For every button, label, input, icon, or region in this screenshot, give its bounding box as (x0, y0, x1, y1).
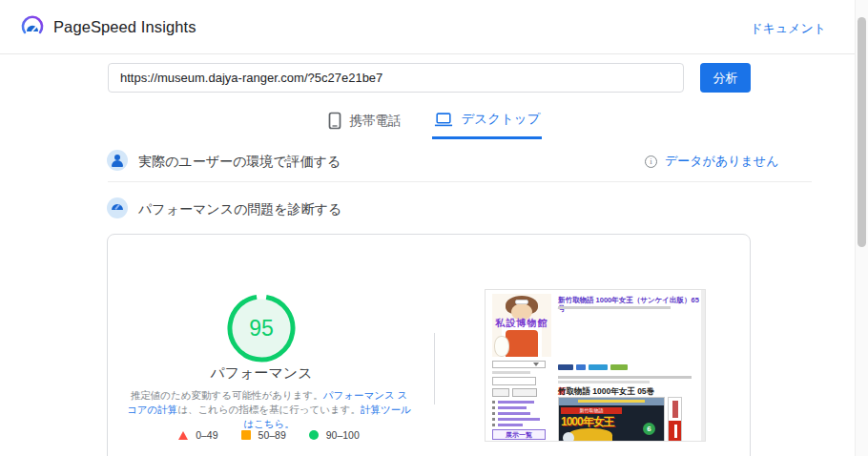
thumb-share-button (589, 364, 608, 370)
tab-desktop[interactable]: デスクトップ (432, 107, 543, 139)
poor-triangle-icon (178, 431, 188, 440)
thumb-share-button (610, 364, 628, 370)
lab-gauge-icon (107, 197, 128, 218)
diagnose-section-title: パフォーマンスの問題を診断する (138, 201, 341, 218)
legend-average: 50–89 (241, 429, 286, 441)
legend-average-range: 50–89 (258, 429, 286, 441)
good-circle-icon (309, 430, 319, 440)
device-tabs: 携帯電話 デスクトップ (0, 107, 868, 139)
legend-poor: 0–49 (178, 429, 217, 441)
app-title: PageSpeed Insights (53, 18, 196, 36)
thumb-page-title: 新竹取物語 1000年女王（サンケイ出版）65号 (558, 296, 703, 313)
mobile-phone-icon (328, 112, 341, 130)
performance-label: パフォーマンス (156, 364, 366, 383)
thumb-sidebar-heading: 展示一覧 (492, 429, 546, 440)
pagespeed-insights-page: PageSpeed Insights ドキュメント 分析 携帯電話 デスクトップ… (0, 0, 868, 456)
legend-poor-range: 0–49 (196, 429, 217, 441)
field-section-title: 実際のユーザーの環境で評価する (138, 154, 341, 171)
tab-mobile-label: 携帯電話 (350, 113, 402, 130)
app-header: PageSpeed Insights ドキュメント (0, 0, 868, 54)
disclaimer-mid: は、これらの指標を基に行っています。 (177, 404, 361, 415)
legend-good-range: 90–100 (326, 429, 360, 441)
tab-mobile[interactable]: 携帯電話 (326, 107, 403, 139)
desktop-icon (434, 112, 453, 128)
field-no-data-status[interactable]: i データがありません (645, 153, 778, 170)
thumb-breadcrumb-bar (558, 306, 671, 309)
thumb-share-button (558, 364, 573, 370)
field-status-text: データがありません (665, 153, 778, 170)
url-input[interactable] (108, 63, 684, 93)
section-divider (108, 181, 812, 182)
scrollbar-track[interactable] (855, 0, 868, 456)
app-logo[interactable]: PageSpeed Insights (20, 14, 196, 39)
performance-score-value: 95 (225, 292, 298, 364)
scrollbar-thumb[interactable] (858, 17, 866, 247)
thumb-select-caret (533, 363, 539, 366)
score-legend: 0–49 50–89 90–100 (126, 429, 412, 441)
thumb-comic-spine (668, 397, 682, 442)
analyze-button[interactable]: 分析 (700, 63, 751, 93)
thumb-button (492, 388, 509, 397)
site-mascot-image: 私設博物館 (492, 294, 551, 357)
speedometer-logo-icon (20, 14, 45, 39)
thumb-share-button (576, 364, 586, 370)
disclaimer-text: 推定値のため変動する可能性があります。 (131, 389, 323, 401)
page-screenshot-thumbnail: 私設博物館 新竹取物語 1000年女王（サンケイ出版）65号 新竹取物語 100… (485, 289, 706, 442)
thumb-tags-bar (558, 381, 650, 383)
thumb-search-box (492, 377, 536, 385)
thumb-comic-cover: 新竹取物語 1000年女王 6 (558, 397, 665, 442)
thumb-scrollbar (701, 290, 705, 441)
cover-volume-badge: 6 (643, 423, 655, 435)
cover-series-text: 新竹取物語 (561, 407, 622, 414)
tab-desktop-label: デスクトップ (462, 111, 541, 128)
score-disclaimer: 推定値のため変動する可能性があります。パフォーマンス スコアの計算は、これらの指… (126, 388, 412, 431)
thumb-button (512, 388, 537, 397)
card-vertical-divider (434, 333, 435, 404)
thumb-caption-bar (492, 371, 530, 374)
documentation-link[interactable]: ドキュメント (750, 20, 826, 37)
average-square-icon (241, 430, 251, 440)
thumb-tags-bar (558, 376, 692, 379)
info-icon: i (645, 155, 657, 168)
field-users-icon (107, 150, 128, 171)
site-name-text: 私設博物館 (492, 317, 551, 330)
legend-good: 90–100 (309, 429, 360, 441)
